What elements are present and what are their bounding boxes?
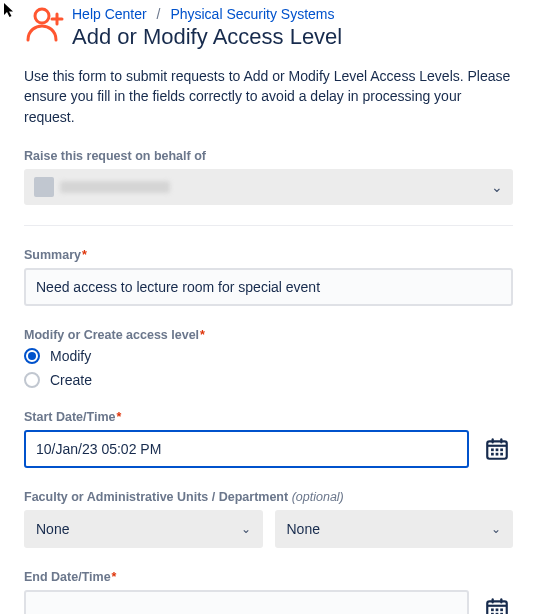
calendar-icon — [484, 596, 510, 614]
svg-rect-13 — [487, 601, 507, 614]
on-behalf-select[interactable]: ⌄ — [24, 169, 513, 205]
svg-rect-19 — [500, 608, 503, 611]
label-modify-create: Modify or Create access level* — [24, 328, 513, 342]
svg-rect-7 — [491, 448, 494, 451]
breadcrumb: Help Center / Physical Security Systems — [72, 6, 513, 22]
end-date-input[interactable] — [24, 590, 469, 614]
svg-rect-17 — [491, 608, 494, 611]
chevron-down-icon: ⌄ — [491, 522, 501, 536]
section-divider — [24, 225, 513, 226]
label-faculty: Faculty or Administrative Units / Depart… — [24, 490, 513, 504]
svg-rect-9 — [500, 448, 503, 451]
on-behalf-value — [60, 181, 170, 193]
intro-text: Use this form to submit requests to Add … — [24, 66, 513, 127]
chevron-down-icon: ⌄ — [491, 179, 503, 195]
faculty-select[interactable]: None ⌄ — [24, 510, 263, 548]
department-select-value: None — [287, 521, 320, 537]
calendar-icon — [484, 436, 510, 462]
breadcrumb-separator: / — [157, 6, 161, 22]
radio-create-indicator — [24, 372, 40, 388]
svg-rect-8 — [496, 448, 499, 451]
modify-create-radio-group: Modify Create — [24, 348, 513, 388]
label-start: Start Date/Time* — [24, 410, 513, 424]
radio-create[interactable]: Create — [24, 372, 513, 388]
faculty-select-value: None — [36, 521, 69, 537]
start-calendar-button[interactable] — [481, 433, 513, 465]
svg-rect-12 — [500, 453, 503, 456]
radio-modify[interactable]: Modify — [24, 348, 513, 364]
label-summary: Summary* — [24, 248, 513, 262]
radio-modify-label: Modify — [50, 348, 91, 364]
radio-create-label: Create — [50, 372, 92, 388]
request-type-icon — [24, 4, 64, 44]
start-date-input[interactable] — [24, 430, 469, 468]
svg-rect-11 — [496, 453, 499, 456]
chevron-down-icon: ⌄ — [241, 522, 251, 536]
department-select[interactable]: None ⌄ — [275, 510, 514, 548]
summary-input[interactable] — [24, 268, 513, 306]
breadcrumb-help-center[interactable]: Help Center — [72, 6, 147, 22]
svg-point-0 — [35, 9, 49, 23]
svg-rect-18 — [496, 608, 499, 611]
radio-modify-indicator — [24, 348, 40, 364]
breadcrumb-category[interactable]: Physical Security Systems — [170, 6, 334, 22]
end-calendar-button[interactable] — [481, 593, 513, 614]
page-title: Add or Modify Access Level — [72, 24, 513, 50]
svg-rect-10 — [491, 453, 494, 456]
label-on-behalf: Raise this request on behalf of — [24, 149, 513, 163]
label-end: End Date/Time* — [24, 570, 513, 584]
avatar — [34, 177, 54, 197]
